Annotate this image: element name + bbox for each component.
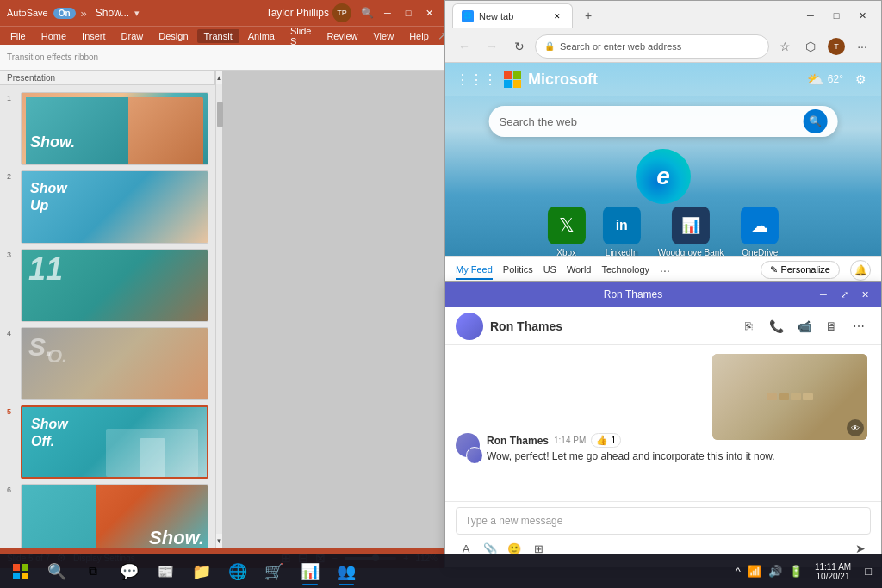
msn-nav-us[interactable]: US <box>543 261 556 280</box>
menu-home[interactable]: Home <box>34 29 73 43</box>
teams-contact-name: Ron Thames <box>490 319 730 333</box>
teams-more-btn[interactable]: ⋯ <box>847 314 871 338</box>
ppt-maximize-btn[interactable]: □ <box>400 4 417 22</box>
menu-review[interactable]: Review <box>320 29 364 43</box>
teams-close-btn[interactable]: ✕ <box>855 285 874 304</box>
slide-img-2[interactable]: ShowUp <box>21 170 208 244</box>
tab-close-btn[interactable]: ✕ <box>551 10 563 22</box>
volume-icon[interactable]: 🔊 <box>767 563 784 579</box>
battery-icon[interactable]: 🔋 <box>787 563 804 579</box>
image-view-icon[interactable]: 👁 <box>847 419 864 436</box>
menu-draw[interactable]: Draw <box>115 29 151 43</box>
teams-call-btn[interactable]: 📞 <box>764 314 788 338</box>
browser-close-btn[interactable]: ✕ <box>850 3 874 28</box>
browser-maximize-btn[interactable]: □ <box>824 3 848 28</box>
menu-anima[interactable]: Anima <box>241 29 282 43</box>
teams-screen-btn[interactable]: 🖥 <box>819 314 843 338</box>
ppt-dropdown-btn[interactable]: ▾ <box>134 8 140 19</box>
ppt-minimize-btn[interactable]: ─ <box>379 4 396 22</box>
teams-copy-btn[interactable]: ⎘ <box>736 314 761 338</box>
notification-center-btn[interactable]: □ <box>861 563 875 579</box>
msn-nav-world[interactable]: World <box>567 261 592 280</box>
scroll-thumb[interactable] <box>217 102 223 127</box>
menu-view[interactable]: View <box>366 29 401 43</box>
notifications-btn[interactable]: 🔔 <box>850 260 871 281</box>
menu-transit[interactable]: Transit <box>197 29 239 43</box>
profile-btn[interactable]: T <box>824 34 848 59</box>
slide-thumb-2[interactable]: 2 ShowUp <box>7 170 208 244</box>
teams-restore-btn[interactable]: ⤢ <box>835 285 854 304</box>
menu-design[interactable]: Design <box>152 29 195 43</box>
taskbar-edge-btn[interactable]: 🌐 <box>220 556 255 587</box>
taskbar-store-btn[interactable]: 🛒 <box>257 556 291 587</box>
img-cell <box>791 393 801 400</box>
slide-panel[interactable]: 1 ≋ Show. <box>0 85 215 548</box>
new-tab-btn[interactable]: + <box>576 3 600 28</box>
ppt-search-btn[interactable]: 🔍 <box>358 4 376 22</box>
slide-img-5[interactable]: ShowOff. <box>21 405 208 479</box>
network-icon[interactable]: 📶 <box>746 563 763 579</box>
slide-panel-scrollbar[interactable]: ▲ ▼ <box>215 71 222 548</box>
shortcut-linkedin[interactable]: in LinkedIn <box>603 207 641 257</box>
settings-btn[interactable]: ··· <box>850 34 874 59</box>
taskbar-teams-btn[interactable]: 💬 <box>112 556 146 587</box>
ppt-close-btn[interactable]: ✕ <box>420 4 438 22</box>
msn-shortcuts: 𝕏 Xbox in LinkedIn 📊 Woodgrove Bank ☁ On… <box>478 207 848 257</box>
search-submit-btn[interactable]: 🔍 <box>803 109 827 133</box>
expand-btn[interactable]: » <box>81 7 87 20</box>
taskbar-widgets-btn[interactable]: 📰 <box>148 556 183 587</box>
shortcut-xbox[interactable]: 𝕏 Xbox <box>548 207 586 257</box>
address-bar[interactable]: 🔒 Search or enter web address <box>535 34 769 59</box>
slide-img-1[interactable]: ≋ Show. <box>21 92 208 165</box>
scroll-up-arrow[interactable]: ▲ <box>216 71 222 84</box>
slide-thumb-5[interactable]: 5 ShowOff. <box>7 405 208 479</box>
taskbar-taskview-btn[interactable]: ⧉ <box>76 556 110 587</box>
taskbar-clock[interactable]: 11:11 AM 10/20/21 <box>808 562 858 581</box>
img-cell <box>803 393 813 400</box>
taskbar-teams-app-btn[interactable]: 👥 <box>329 556 363 587</box>
chevron-up-icon[interactable]: ^ <box>734 563 742 579</box>
teams-window: Ron Thames ─ ⤢ ✕ Ron Thames ⎘ 📞 📹 🖥 ⋯ <box>444 281 882 568</box>
taskbar-ppt-btn[interactable]: 📊 <box>293 556 327 587</box>
slide-thumb-3[interactable]: 3 11 <box>7 249 208 322</box>
forward-btn[interactable]: → <box>480 34 504 59</box>
menu-insert[interactable]: Insert <box>75 29 113 43</box>
msn-nav-technology[interactable]: Technology <box>601 261 649 280</box>
taskbar-start-btn[interactable] <box>3 556 38 587</box>
slide-img-3[interactable]: 11 <box>21 249 208 322</box>
ppt-edit-area[interactable] <box>222 71 444 548</box>
autosave-toggle[interactable]: On <box>53 8 76 19</box>
back-btn[interactable]: ← <box>452 34 476 59</box>
ribbon-placeholder: Transition effects ribbon <box>7 53 98 62</box>
msn-settings-btn[interactable]: ⚙ <box>850 69 871 90</box>
msn-nav-myfeed[interactable]: My Feed <box>456 261 493 280</box>
menu-help[interactable]: Help <box>402 29 436 43</box>
msn-search-bar[interactable]: Search the web 🔍 <box>489 106 838 137</box>
teams-minimize-btn[interactable]: ─ <box>814 285 833 304</box>
taskbar-explorer-btn[interactable]: 📁 <box>184 556 219 587</box>
msn-nav-politics[interactable]: Politics <box>503 261 533 280</box>
slide-thumb-1[interactable]: 1 ≋ Show. <box>7 92 208 165</box>
teams-video-btn[interactable]: 📹 <box>792 314 816 338</box>
menu-file[interactable]: File <box>3 29 33 43</box>
msn-grid-icon[interactable]: ⋮⋮⋮ <box>456 71 497 88</box>
slide3-text: 11 <box>28 254 63 285</box>
msn-more-btn[interactable]: ··· <box>660 263 670 277</box>
shortcut-onedrive[interactable]: ☁ OneDrive <box>741 207 779 257</box>
slide-thumb-6[interactable]: 6 Show. <box>7 484 208 548</box>
svg-rect-1 <box>22 564 28 571</box>
favorites-btn[interactable]: ☆ <box>773 34 797 59</box>
personalize-btn[interactable]: ✎ Personalize <box>761 261 840 279</box>
taskbar-search-btn[interactable]: 🔍 <box>40 556 74 587</box>
shortcut-woodgrove[interactable]: 📊 Woodgrove Bank <box>658 207 724 257</box>
chat-reaction[interactable]: 👍 1 <box>591 433 621 448</box>
slide-img-4[interactable]: S. O. <box>21 327 208 400</box>
collections-btn[interactable]: ⬡ <box>798 34 823 59</box>
slide-thumb-4[interactable]: 4 S. O. <box>7 327 208 400</box>
browser-tab-newtab[interactable]: 🌐 New tab ✕ <box>452 3 573 28</box>
scroll-down-arrow[interactable]: ▼ <box>216 534 222 548</box>
slide-img-6[interactable]: Show. <box>21 484 208 548</box>
refresh-btn[interactable]: ↻ <box>507 34 531 59</box>
browser-minimize-btn[interactable]: ─ <box>798 3 823 28</box>
teams-message-input[interactable]: Type a new message <box>456 507 871 535</box>
